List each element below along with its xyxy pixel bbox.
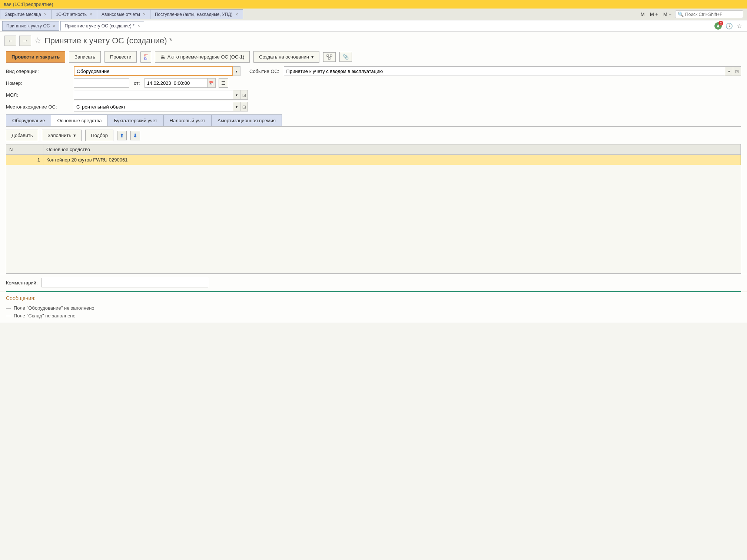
nav-forward-button[interactable]: → — [19, 36, 31, 46]
open-icon[interactable]: ◳ — [240, 90, 248, 100]
tab-os-list[interactable]: Принятие к учету ОС× — [2, 21, 59, 31]
act-os1-button[interactable]: 🖶Акт о приеме-передаче ОС (ОС-1) — [155, 51, 250, 63]
subtab-tax[interactable]: Налоговый учет — [163, 114, 212, 126]
subtab-depreciation[interactable]: Амортизационная премия — [211, 114, 282, 126]
close-icon[interactable]: × — [90, 12, 92, 17]
save-button[interactable]: Записать — [69, 51, 101, 63]
messages-title: Сообщения: — [6, 295, 741, 301]
tab-os-create[interactable]: Принятие к учету ОС (создание) *× — [60, 21, 144, 31]
fill-button[interactable]: Заполнить ▾ — [42, 130, 82, 141]
row-number: Номер: от: 📅 ☰ — [6, 78, 741, 88]
calendar-icon[interactable]: 📅 — [208, 78, 216, 88]
structure-button[interactable] — [323, 52, 336, 62]
table-row[interactable]: 1 Контейнер 20 футов FWRU 0290061 — [6, 155, 741, 165]
favorite-icon[interactable]: ☆ — [737, 23, 742, 30]
location-label: Местонахождение ОС: — [6, 104, 71, 110]
chevron-down-icon: ▾ — [73, 133, 76, 138]
arrow-up-icon: ⬆ — [120, 133, 124, 139]
location-input[interactable] — [74, 102, 233, 111]
row-op-type: Вид операции: ▾ Событие ОС: ▾ ◳ — [6, 66, 741, 76]
subtab-fixed-assets[interactable]: Основные средства — [51, 114, 108, 126]
comment-input[interactable] — [42, 278, 208, 287]
print-icon: 🖶 — [160, 54, 165, 60]
comment-label: Комментарий: — [6, 280, 38, 286]
tab-advance[interactable]: Авансовые отчеты× — [97, 9, 150, 19]
sub-tabs: Оборудование Основные средства Бухгалтер… — [6, 114, 741, 127]
dash-icon: — — [6, 305, 11, 311]
favorite-star-icon[interactable]: ☆ — [34, 36, 42, 46]
op-type-label: Вид операции: — [6, 69, 71, 74]
sub-toolbar: Добавить Заполнить ▾ Подбор ⬆ ⬇ — [6, 127, 741, 144]
top-tabs: Закрытие месяца× 1С-Отчетность× Авансовы… — [0, 9, 635, 19]
number-label: Номер: — [6, 80, 71, 86]
paperclip-icon: 📎 — [343, 54, 349, 60]
main-toolbar: Провести и закрыть Записать Провести ДтК… — [0, 50, 747, 66]
cell-n: 1 — [6, 155, 43, 165]
add-button[interactable]: Добавить — [6, 130, 38, 141]
move-up-button[interactable]: ⬆ — [117, 131, 127, 140]
subtab-equipment[interactable]: Оборудование — [6, 114, 51, 126]
move-down-button[interactable]: ⬇ — [130, 131, 140, 140]
dash-icon: — — [6, 313, 11, 319]
dropdown-icon[interactable]: ▾ — [233, 102, 240, 111]
create-based-button[interactable]: Создать на основании ▾ — [253, 51, 319, 63]
attachment-button[interactable]: 📎 — [339, 52, 352, 62]
close-icon[interactable]: × — [236, 12, 238, 17]
dtkt-button[interactable]: ДтКт — [140, 51, 151, 63]
number-input[interactable] — [74, 78, 129, 88]
cell-asset: Контейнер 20 футов FWRU 0290061 — [43, 155, 741, 165]
svg-rect-1 — [330, 55, 332, 56]
row-mol: МОЛ: ▾ ◳ — [6, 90, 741, 100]
pick-button[interactable]: Подбор — [85, 130, 113, 141]
op-type-input[interactable] — [74, 66, 233, 76]
page-header: ← → ☆ Принятие к учету ОС (создание) * — [0, 32, 747, 50]
dropdown-icon[interactable]: ▾ — [233, 90, 240, 100]
global-search[interactable]: 🔍 — [675, 10, 743, 18]
grid-body[interactable]: 1 Контейнер 20 футов FWRU 0290061 — [6, 155, 741, 273]
tab-1c-report[interactable]: 1С-Отчетность× — [51, 9, 97, 19]
mol-input[interactable] — [74, 90, 233, 100]
message-item[interactable]: —Поле "Склад" не заполнено — [6, 312, 741, 320]
close-icon[interactable]: × — [137, 23, 140, 29]
open-icon[interactable]: ◳ — [733, 66, 741, 76]
subtab-accounting[interactable]: Бухгалтерский учет — [107, 114, 163, 126]
search-input[interactable] — [685, 12, 741, 17]
col-header-n[interactable]: N — [6, 144, 43, 154]
message-item[interactable]: —Поле "Оборудование" не заполнено — [6, 304, 741, 312]
form-area: Вид операции: ▾ Событие ОС: ▾ ◳ Номер: о… — [0, 66, 747, 274]
dropdown-icon[interactable]: ▾ — [233, 66, 240, 76]
history-icon[interactable]: 🕓 — [726, 23, 733, 30]
date-input[interactable] — [145, 78, 208, 88]
assets-grid: N Основное средство 1 Контейнер 20 футов… — [6, 144, 741, 274]
open-icon[interactable]: ◳ — [240, 102, 248, 111]
post-button[interactable]: Провести — [104, 51, 137, 63]
tabs-row-second: Принятие к учету ОС× Принятие к учету ОС… — [0, 20, 747, 32]
event-input[interactable] — [284, 66, 726, 76]
messages-panel: Сообщения: —Поле "Оборудование" не запол… — [0, 292, 747, 323]
window-title: вая (1С:Предприятие) — [4, 1, 53, 7]
close-icon[interactable]: × — [143, 12, 146, 17]
nav-back-button[interactable]: ← — [4, 36, 16, 46]
grid-header: N Основное средство — [6, 144, 741, 155]
chevron-down-icon: ▾ — [311, 54, 314, 60]
close-icon[interactable]: × — [44, 12, 47, 17]
notifications-icon[interactable]: 2 — [714, 22, 722, 30]
tab-close-month[interactable]: Закрытие месяца× — [0, 9, 52, 19]
top-tabs-row: Закрытие месяца× 1С-Отчетность× Авансовы… — [0, 9, 747, 20]
tab-receipt[interactable]: Поступление (акты, накладные, УПД)× — [150, 9, 243, 19]
dropdown-icon[interactable]: ▾ — [725, 66, 733, 76]
zoom-plus[interactable]: M + — [648, 11, 660, 18]
zoom-minus[interactable]: M − — [662, 11, 673, 18]
close-icon[interactable]: × — [53, 23, 55, 29]
zoom-m[interactable]: M — [639, 11, 646, 18]
comment-row: Комментарий: — [0, 274, 747, 291]
window-title-bar: вая (1С:Предприятие) — [0, 0, 747, 9]
list-icon-button[interactable]: ☰ — [219, 78, 228, 88]
svg-rect-2 — [328, 58, 330, 59]
date-label: от: — [132, 80, 142, 86]
page-title: Принятие к учету ОС (создание) * — [44, 36, 172, 46]
arrow-down-icon: ⬇ — [133, 133, 137, 139]
col-header-asset[interactable]: Основное средство — [43, 144, 741, 154]
post-and-close-button[interactable]: Провести и закрыть — [6, 51, 65, 63]
svg-rect-0 — [327, 55, 329, 56]
